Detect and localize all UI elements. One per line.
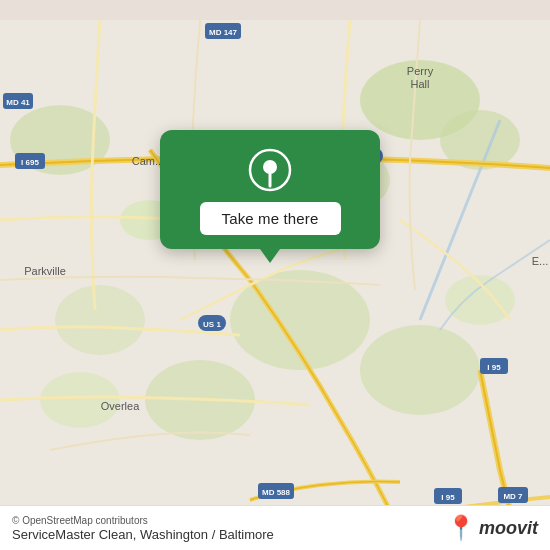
popup-card: Take me there <box>160 130 380 249</box>
svg-text:Perry: Perry <box>407 65 434 77</box>
take-me-there-button[interactable]: Take me there <box>200 202 341 235</box>
svg-text:MD 7: MD 7 <box>503 492 523 501</box>
svg-text:Overlea: Overlea <box>101 400 140 412</box>
svg-text:I 695: I 695 <box>21 158 39 167</box>
svg-point-7 <box>55 285 145 355</box>
svg-text:Parkville: Parkville <box>24 265 66 277</box>
bottom-bar-info: © OpenStreetMap contributors ServiceMast… <box>12 515 274 542</box>
map-container: I 695 MD 147 MD 41 US 1 US 1 I 95 I 95 M… <box>0 0 550 550</box>
service-name-label: ServiceMaster Clean, Washington / Baltim… <box>12 527 274 542</box>
svg-text:Hall: Hall <box>411 78 430 90</box>
svg-point-6 <box>360 325 480 415</box>
svg-text:MD 41: MD 41 <box>6 98 30 107</box>
svg-text:I 95: I 95 <box>487 363 501 372</box>
moovit-logo: 📍 moovit <box>446 514 538 542</box>
bottom-bar: © OpenStreetMap contributors ServiceMast… <box>0 505 550 550</box>
svg-text:I 95: I 95 <box>441 493 455 502</box>
moovit-wordmark: moovit <box>479 518 538 539</box>
location-pin-icon <box>248 148 292 192</box>
svg-text:E...: E... <box>532 255 549 267</box>
svg-text:MD 147: MD 147 <box>209 28 238 37</box>
moovit-pin-icon: 📍 <box>446 514 476 542</box>
svg-point-37 <box>263 160 277 174</box>
svg-text:US 1: US 1 <box>203 320 221 329</box>
svg-text:MD 588: MD 588 <box>262 488 291 497</box>
osm-attribution: © OpenStreetMap contributors <box>12 515 274 526</box>
